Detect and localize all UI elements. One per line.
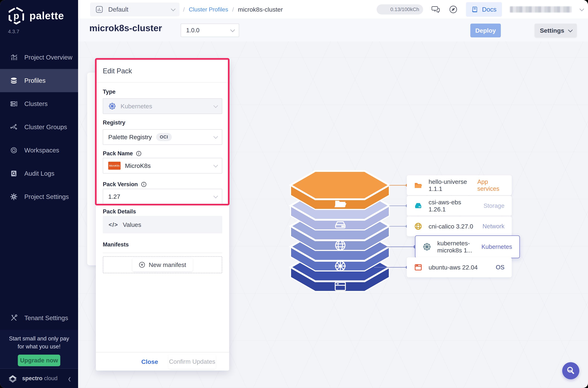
deploy-button[interactable]: Deploy	[470, 24, 501, 37]
os-window-icon	[414, 263, 422, 271]
registry-select[interactable]: Palette Registry OCI	[103, 129, 222, 145]
topbar-actions: 0.13/100kCh Docs	[377, 0, 583, 19]
folder-icon	[414, 181, 422, 190]
info-icon[interactable]	[141, 182, 147, 187]
chevron-down-icon	[213, 163, 218, 167]
user-menu-redacted[interactable]	[510, 6, 572, 13]
sidebar: p palette 4.3.7 Project Overview Profile…	[0, 0, 78, 388]
settings-button[interactable]: Settings	[535, 24, 577, 37]
project-icon	[95, 5, 103, 14]
app-window: hello-universe 1.1.1 App services csi-aw…	[0, 0, 588, 388]
globe-icon	[414, 222, 422, 230]
new-manifest-button[interactable]: New manifest	[132, 258, 193, 271]
nodes-icon	[10, 123, 18, 131]
pack-card-name: hello-universe 1.1.1	[429, 178, 471, 192]
chevron-down-icon	[213, 194, 218, 198]
gear-icon	[10, 193, 18, 201]
project-selector[interactable]: Default	[90, 2, 179, 16]
upgrade-now-button[interactable]: Upgrade now	[18, 355, 60, 366]
confirm-updates-button[interactable]: Confirm Updates	[169, 354, 216, 369]
edit-pack-modal: Edit Pack Type Kubernetes Registry	[96, 60, 229, 371]
pack-version-label: Pack Version	[103, 181, 147, 188]
sidebar-item-project-settings[interactable]: Project Settings	[0, 185, 78, 208]
app-version: 4.3.7	[8, 29, 19, 34]
pack-card-storage[interactable]: csi-aws-ebs 1.26.1 Storage	[407, 196, 512, 216]
sidebar-item-workspaces[interactable]: Workspaces	[0, 139, 78, 162]
modal-title: Edit Pack	[103, 67, 132, 75]
pack-version-value: 1.27	[108, 193, 120, 200]
project-selector-value: Default	[108, 6, 128, 13]
sidebar-item-tenant-settings[interactable]: Tenant Settings	[0, 306, 78, 330]
profile-version-select[interactable]: 1.0.0	[181, 24, 239, 37]
collapse-sidebar-icon[interactable]: ‹	[68, 372, 71, 385]
type-label: Type	[103, 89, 115, 95]
code-icon: </>	[109, 221, 118, 228]
page-header: microk8s-cluster 1.0.0 Deploy Settings	[78, 19, 588, 41]
chat-icon[interactable]	[431, 5, 440, 14]
svg-text:p: p	[13, 10, 19, 21]
info-icon[interactable]	[136, 151, 141, 156]
kubernetes-wheel-icon	[108, 102, 116, 110]
sidebar-item-profiles[interactable]: Profiles	[0, 69, 78, 92]
pack-card-type: App services	[477, 178, 505, 192]
pack-details-label: Pack Details	[103, 208, 136, 215]
divider	[96, 82, 229, 83]
chevron-down-icon[interactable]	[580, 6, 584, 11]
palette-logo-icon: p	[8, 6, 25, 25]
pack-card-name: csi-aws-ebs 1.26.1	[429, 199, 477, 213]
sidebar-item-project-overview[interactable]: Project Overview	[0, 46, 78, 69]
tenant-settings-section: Tenant Settings	[0, 306, 78, 330]
settings-label: Settings	[540, 27, 564, 34]
values-button[interactable]: </> Values	[103, 216, 222, 233]
type-value: Kubernetes	[121, 103, 152, 110]
registry-label: Registry	[103, 120, 125, 126]
breadcrumb: / Cluster Profiles / microk8s-cluster	[183, 0, 283, 19]
pack-card-type: Network	[483, 223, 505, 230]
spectro-cloud-label: spectro cloud	[22, 375, 58, 382]
chevron-down-icon	[213, 134, 218, 139]
pack-card-kubernetes-selected[interactable]: kubernetes-microk8s 1... Kubernetes	[415, 235, 520, 258]
chevron-down-icon	[568, 27, 573, 32]
pack-name-select[interactable]: MicroK8s MicroK8s	[103, 158, 222, 173]
upgrade-promo: Start small and only pay for what you us…	[0, 330, 78, 368]
promo-text: Start small and only pay for what you us…	[0, 330, 78, 351]
divider	[103, 253, 222, 253]
pack-card-name: ubuntu-aws 22.04	[429, 264, 478, 271]
divider	[96, 352, 229, 352]
plus-circle-icon	[139, 262, 145, 268]
sidebar-item-clusters[interactable]: Clusters	[0, 92, 78, 115]
storage-drive-icon	[414, 202, 422, 210]
breadcrumb-cluster-profiles[interactable]: Cluster Profiles	[189, 6, 228, 13]
pack-card-type: Kubernetes	[481, 243, 512, 250]
page-title: microk8s-cluster	[89, 23, 162, 33]
microk8s-logo: MicroK8s	[108, 162, 121, 170]
profile-version-value: 1.0.0	[186, 27, 199, 34]
audit-log-icon	[10, 170, 18, 177]
pack-version-select[interactable]: 1.27	[103, 189, 222, 204]
sidebar-item-audit-logs[interactable]: Audit Logs	[0, 162, 78, 185]
chevron-down-icon	[213, 103, 218, 108]
spectro-cloud-logo-icon	[7, 374, 18, 383]
usage-badge: 0.13/100kCh	[377, 4, 423, 15]
pack-card-name: kubernetes-microk8s 1...	[437, 240, 475, 254]
pack-name-label: Pack Name	[103, 150, 141, 157]
docs-label: Docs	[482, 6, 496, 13]
pack-card-os[interactable]: ubuntu-aws 22.04 OS	[407, 257, 512, 277]
close-button[interactable]: Close	[141, 358, 158, 365]
compass-icon[interactable]	[449, 5, 458, 14]
pack-card-app-services[interactable]: hello-universe 1.1.1 App services	[407, 175, 512, 195]
layers-icon	[10, 76, 18, 85]
registry-value: Palette Registry	[108, 134, 152, 141]
sidebar-item-cluster-groups[interactable]: Cluster Groups	[0, 115, 78, 139]
pack-card-network[interactable]: cni-calico 3.27.0 Network	[407, 216, 512, 236]
pack-card-name: cni-calico 3.27.0	[429, 223, 473, 230]
brand-name: palette	[29, 10, 64, 22]
sidebar-footer: spectro cloud ‹	[0, 368, 78, 388]
zoom-button[interactable]	[562, 362, 579, 379]
manifest-dropzone: New manifest	[103, 256, 222, 273]
breadcrumb-current: microk8s-cluster	[238, 6, 283, 13]
docs-button[interactable]: Docs	[466, 2, 502, 17]
brand-logo[interactable]: p palette	[8, 6, 64, 25]
type-select[interactable]: Kubernetes	[103, 98, 222, 114]
values-label: Values	[123, 221, 141, 228]
